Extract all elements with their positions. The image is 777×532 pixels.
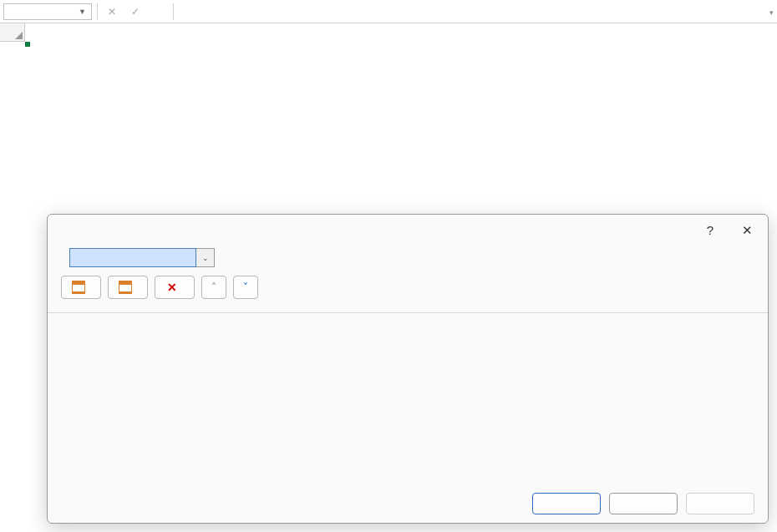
- delete-rule-button[interactable]: ✕: [155, 276, 195, 299]
- chevron-down-icon[interactable]: ▼: [79, 8, 86, 16]
- separator: [97, 3, 98, 20]
- expand-formula-bar-icon[interactable]: ▾: [769, 8, 774, 17]
- edit-rule-icon: [119, 281, 132, 294]
- new-rule-icon: [72, 281, 85, 294]
- move-up-button[interactable]: ˄: [201, 276, 226, 299]
- selection-rectangle: [25, 42, 28, 45]
- move-down-button[interactable]: ˅: [233, 276, 258, 299]
- accept-icon[interactable]: ✓: [126, 6, 145, 18]
- scope-select[interactable]: [69, 248, 196, 267]
- close-icon[interactable]: ✕: [739, 223, 754, 238]
- new-rule-button[interactable]: [61, 276, 101, 299]
- active-cell-outline: [25, 42, 28, 45]
- select-all-corner[interactable]: [0, 23, 25, 42]
- separator: [173, 3, 174, 20]
- edit-rule-button[interactable]: [108, 276, 148, 299]
- close-button[interactable]: [609, 493, 678, 514]
- apply-button[interactable]: [686, 493, 754, 514]
- grid-header: [0, 23, 777, 42]
- chevron-down-icon: ˅: [243, 281, 248, 293]
- help-icon[interactable]: ?: [703, 223, 718, 238]
- rules-header-row: [48, 304, 768, 313]
- ok-button[interactable]: [532, 493, 601, 514]
- cancel-icon[interactable]: ✕: [103, 6, 121, 18]
- name-box[interactable]: ▼: [3, 3, 92, 20]
- conditional-formatting-rules-manager-dialog: ? ✕ ⌄ ✕ ˄ ˅: [47, 214, 769, 524]
- fill-handle[interactable]: [25, 42, 30, 47]
- chevron-down-icon[interactable]: ⌄: [196, 248, 215, 267]
- formula-bar: ▼ ✕ ✓ ▾: [0, 0, 777, 23]
- chevron-up-icon: ˄: [211, 281, 216, 293]
- delete-icon: ✕: [165, 281, 179, 294]
